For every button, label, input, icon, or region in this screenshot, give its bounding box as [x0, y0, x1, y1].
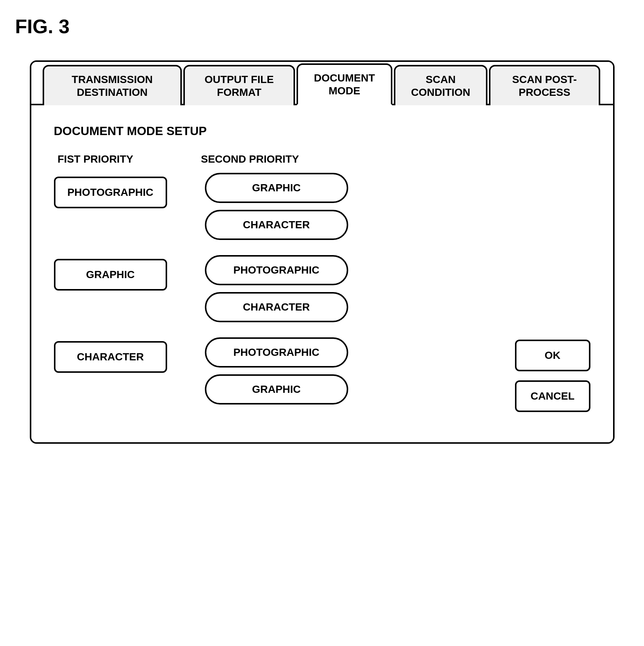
second-priority-col-0: GRAPHICCHARACTER [205, 173, 348, 240]
second-priority-header: SECOND PRIORITY [190, 153, 348, 165]
tab-document-mode[interactable]: DOCUMENT MODE [297, 63, 393, 105]
tab-transmission-destination[interactable]: TRANSMISSION DESTINATION [43, 65, 182, 105]
second-priority-btn-2-1[interactable]: GRAPHIC [205, 374, 348, 405]
mode-groups: PHOTOGRAPHICGRAPHICCHARACTERGRAPHICPHOTO… [54, 173, 590, 405]
mode-group-1: GRAPHICPHOTOGRAPHICCHARACTER [54, 255, 590, 322]
first-priority-btn-1[interactable]: GRAPHIC [54, 259, 167, 291]
figure-label: FIG. 3 [15, 15, 629, 38]
first-priority-col-2: CHARACTER [54, 337, 190, 373]
second-priority-btn-0-0[interactable]: GRAPHIC [205, 173, 348, 203]
tab-bar: TRANSMISSION DESTINATIONOUTPUT FILE FORM… [31, 62, 613, 105]
ok-button[interactable]: OK [515, 340, 590, 371]
tab-scan-condition[interactable]: SCAN CONDITION [394, 65, 487, 105]
tab-scan-post-process[interactable]: SCAN POST-PROCESS [489, 65, 600, 105]
section-title: DOCUMENT MODE SETUP [54, 124, 590, 138]
second-priority-col-1: PHOTOGRAPHICCHARACTER [205, 255, 348, 322]
first-priority-btn-2[interactable]: CHARACTER [54, 341, 167, 373]
tab-output-file-format[interactable]: OUTPUT FILE FORMAT [183, 65, 295, 105]
second-priority-col-2: PHOTOGRAPHICGRAPHIC [205, 337, 348, 405]
first-priority-btn-0[interactable]: PHOTOGRAPHIC [54, 177, 167, 208]
action-buttons: OK CANCEL [515, 340, 590, 412]
priority-headers: FIST PRIORITY SECOND PRIORITY [54, 153, 590, 165]
second-priority-btn-2-0[interactable]: PHOTOGRAPHIC [205, 337, 348, 368]
content-area: DOCUMENT MODE SETUP FIST PRIORITY SECOND… [31, 105, 613, 442]
cancel-button[interactable]: CANCEL [515, 380, 590, 412]
dialog: TRANSMISSION DESTINATIONOUTPUT FILE FORM… [30, 60, 615, 444]
second-priority-btn-0-1[interactable]: CHARACTER [205, 210, 348, 240]
first-priority-col-1: GRAPHIC [54, 255, 190, 291]
first-priority-header: FIST PRIORITY [54, 153, 190, 165]
mode-group-2: CHARACTERPHOTOGRAPHICGRAPHIC [54, 337, 590, 405]
first-priority-col-0: PHOTOGRAPHIC [54, 173, 190, 208]
mode-group-0: PHOTOGRAPHICGRAPHICCHARACTER [54, 173, 590, 240]
second-priority-btn-1-0[interactable]: PHOTOGRAPHIC [205, 255, 348, 285]
second-priority-btn-1-1[interactable]: CHARACTER [205, 292, 348, 322]
